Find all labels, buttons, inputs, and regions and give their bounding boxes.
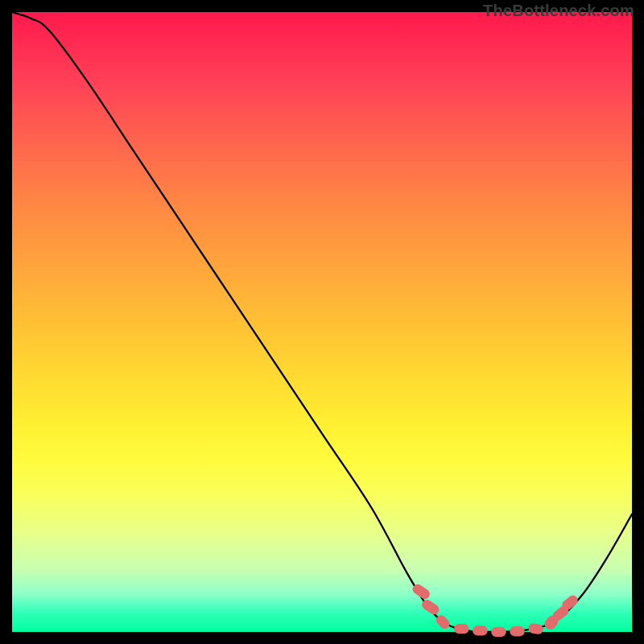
- plot-area: [12, 12, 632, 632]
- attribution-label: TheBottleneck.com: [483, 2, 634, 20]
- curve-marker: [527, 622, 543, 634]
- curve-marker: [473, 625, 487, 635]
- curve-markers: [411, 582, 580, 637]
- curve-marker: [454, 624, 469, 634]
- bottleneck-curve: [12, 12, 632, 632]
- chart-container: TheBottleneck.com: [0, 0, 644, 644]
- curve-marker: [510, 626, 524, 636]
- curve-layer: [12, 12, 632, 632]
- curve-marker: [491, 627, 506, 637]
